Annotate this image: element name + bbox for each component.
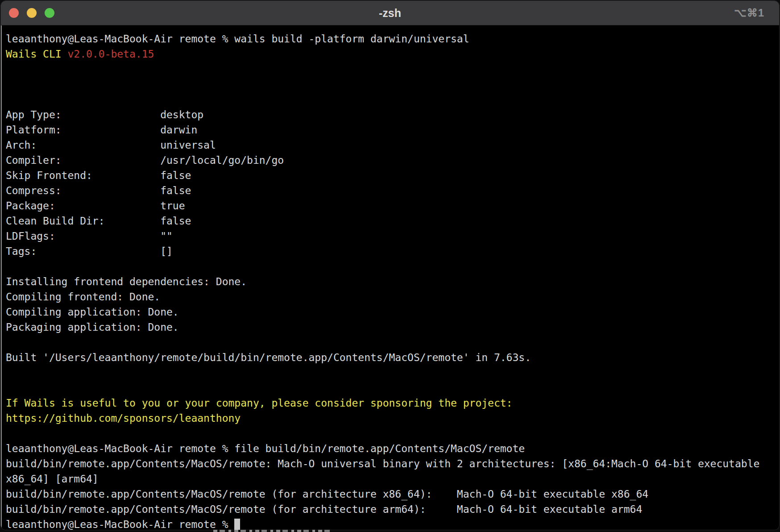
terminal-line: x86_64] [arm64]: [6, 471, 779, 486]
background-window-text-fragment: [213, 530, 332, 532]
terminal-line: [6, 259, 779, 274]
terminal-line: [6, 365, 779, 380]
terminal-line: If Wails is useful to you or your compan…: [6, 395, 779, 411]
terminal-content[interactable]: leaanthony@Leas-MacBook-Air remote % wai…: [1, 25, 779, 530]
terminal-line: Clean Build Dir: false: [6, 213, 779, 229]
terminal-window: -zsh ⌥⌘1 leaanthony@Leas-MacBook-Air rem…: [1, 1, 779, 530]
terminal-line: Compiling frontend: Done.: [6, 289, 779, 304]
terminal-line: LDFlags: "": [6, 229, 779, 244]
terminal-line: Tags: []: [6, 244, 779, 259]
terminal-line: Wails CLI v2.0.0-beta.15: [6, 46, 779, 62]
terminal-line: Compiling application: Done.: [6, 304, 779, 320]
window-shortcut-badge: ⌥⌘1: [734, 7, 764, 19]
terminal-line: [6, 92, 779, 107]
terminal-line: Skip Frontend: false: [6, 168, 779, 183]
terminal-line: Package: true: [6, 198, 779, 213]
terminal-line: Built '/Users/leaanthony/remote/build/bi…: [6, 350, 779, 365]
terminal-line: [6, 335, 779, 350]
terminal-line: leaanthony@Leas-MacBook-Air remote % wai…: [6, 31, 779, 46]
terminal-line: build/bin/remote.app/Contents/MacOS/remo…: [6, 486, 779, 502]
terminal-cursor: [234, 519, 240, 530]
minimize-button[interactable]: [27, 8, 37, 18]
zoom-button[interactable]: [45, 8, 54, 18]
terminal-line: Platform: darwin: [6, 122, 779, 137]
titlebar[interactable]: -zsh ⌥⌘1: [1, 1, 779, 25]
terminal-line: Arch: universal: [6, 137, 779, 153]
terminal-line: [6, 77, 779, 92]
terminal-line: https://github.com/sponsors/leaanthony: [6, 411, 779, 426]
close-button[interactable]: [9, 8, 19, 18]
terminal-line: Packaging application: Done.: [6, 320, 779, 335]
traffic-lights: [1, 8, 54, 18]
terminal-line: App Type: desktop: [6, 107, 779, 122]
terminal-line: leaanthony@Leas-MacBook-Air remote %: [6, 517, 779, 530]
terminal-line: Installing frontend dependencies: Done.: [6, 274, 779, 289]
terminal-line: [6, 426, 779, 441]
terminal-line: build/bin/remote.app/Contents/MacOS/remo…: [6, 502, 779, 517]
terminal-line: [6, 62, 779, 77]
terminal-line: build/bin/remote.app/Contents/MacOS/remo…: [6, 456, 779, 471]
terminal-line: Compiler: /usr/local/go/bin/go: [6, 153, 779, 168]
terminal-line: leaanthony@Leas-MacBook-Air remote % fil…: [6, 441, 779, 456]
window-title: -zsh: [1, 7, 779, 20]
terminal-line: Compress: false: [6, 183, 779, 198]
terminal-line: [6, 380, 779, 395]
